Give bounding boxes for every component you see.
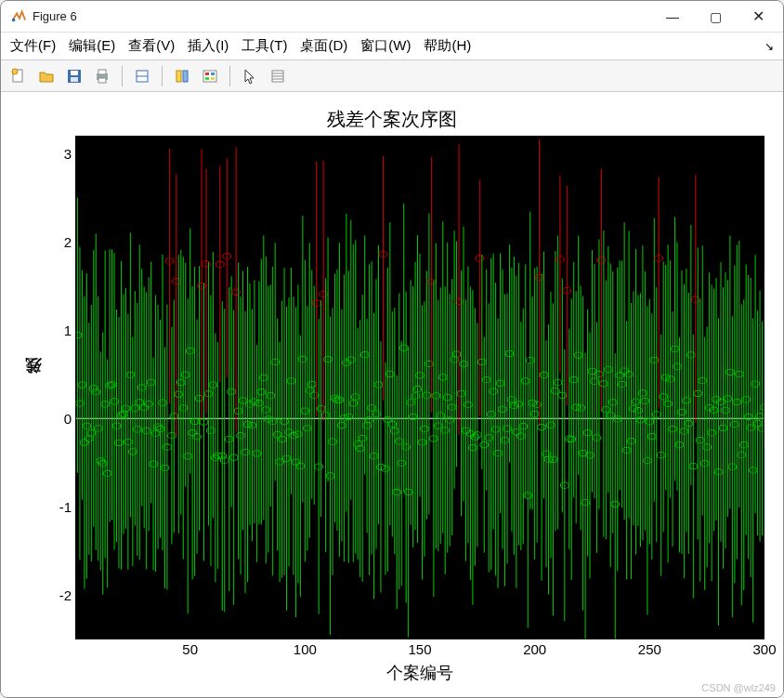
plot-box[interactable] [75,136,764,639]
menu-insert[interactable]: 插入(I) [188,37,229,55]
print-button[interactable] [90,64,114,88]
menu-overflow-icon[interactable]: ↘ [764,40,774,53]
x-tick: 300 [752,641,776,657]
matlab-icon [10,8,27,25]
toolbar-separator [122,66,123,86]
y-tick: 3 [64,146,72,162]
svg-rect-5 [71,77,78,82]
svg-point-616 [758,426,764,432]
plot-svg [75,136,764,639]
svg-rect-16 [211,77,215,80]
svg-rect-10 [176,71,181,82]
x-tick: 50 [182,641,198,657]
y-tick-column: -2-10123 [47,136,75,639]
maximize-button[interactable]: ▢ [694,1,737,33]
toolbar-separator [162,66,163,86]
menu-view[interactable]: 查看(V) [128,37,175,55]
y-tick: -1 [59,499,72,515]
save-button[interactable] [62,64,86,88]
plot-row: 残差 -2-10123 [20,136,764,639]
menu-file[interactable]: 文件(F) [10,37,56,55]
x-tick-row: 50100150200250300 [75,639,764,662]
menu-help[interactable]: 帮助(H) [424,37,471,55]
menu-desktop[interactable]: 桌面(D) [300,37,347,55]
svg-rect-14 [211,72,215,75]
watermark: CSDN @wlz249 [701,682,776,693]
link-button[interactable] [130,64,154,88]
titlebar: Figure 6 — ▢ ✕ [1,1,783,33]
svg-point-2 [12,69,18,74]
y-tick: 2 [64,234,72,250]
chart-title: 残差个案次序图 [20,107,764,132]
properties-button[interactable] [266,64,290,88]
menu-window[interactable]: 窗口(W) [360,37,411,55]
menubar: 文件(F) 编辑(E) 查看(V) 插入(I) 工具(T) 桌面(D) 窗口(W… [1,33,783,60]
data-cursor-button[interactable] [170,64,194,88]
menu-tools[interactable]: 工具(T) [242,37,287,55]
colorbar-button[interactable] [198,64,222,88]
figure-window: Figure 6 — ▢ ✕ 文件(F) 编辑(E) 查看(V) 插入(I) 工… [0,0,784,698]
svg-rect-4 [71,71,78,75]
menu-edit[interactable]: 编辑(E) [69,37,115,55]
figure-area: 残差个案次序图 残差 -2-10123 50100150200250300 个案… [1,92,783,697]
svg-point-0 [12,18,16,21]
toolbar-separator [229,66,230,86]
x-tick: 200 [523,641,546,657]
x-tick: 150 [408,641,431,657]
svg-rect-7 [98,70,106,74]
svg-rect-15 [205,77,209,80]
y-tick: -2 [59,587,72,603]
pointer-button[interactable] [238,64,262,88]
y-tick: 0 [64,411,72,427]
new-file-button[interactable] [7,64,31,88]
window-title: Figure 6 [33,9,77,23]
svg-rect-11 [183,71,188,82]
x-tick: 100 [294,641,317,657]
svg-rect-12 [203,71,216,82]
x-axis-label: 个案编号 [75,662,764,688]
svg-rect-13 [205,72,209,75]
open-file-button[interactable] [34,64,59,88]
svg-rect-8 [98,78,106,83]
svg-point-20 [75,332,82,338]
y-tick: 1 [64,323,72,338]
x-tick: 250 [638,641,661,657]
toolbar [1,60,783,92]
close-button[interactable]: ✕ [737,1,779,33]
minimize-button[interactable]: — [651,1,694,33]
